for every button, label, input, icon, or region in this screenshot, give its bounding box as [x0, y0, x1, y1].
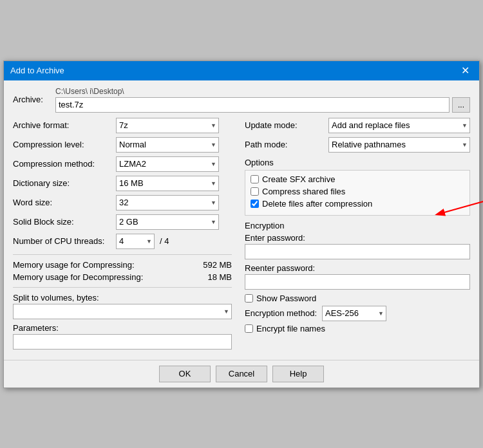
encryption-method-select[interactable]: AES-256 ZipCrypto: [322, 306, 386, 321]
split-volumes-row: Split to volumes, bytes:: [13, 293, 232, 319]
cpu-threads-select-wrapper: 1 2 4: [116, 234, 155, 249]
show-password-checkbox[interactable]: [245, 294, 253, 303]
reenter-password-label: Reenter password:: [245, 263, 470, 273]
memory-compress-row: Memory usage for Compressing: 592 MB: [13, 260, 232, 270]
dictionary-size-select-wrapper: 4 MB 8 MB 16 MB 32 MB: [116, 176, 219, 191]
memory-divider: [13, 254, 232, 255]
encrypt-filenames-row: Encrypt file names: [245, 324, 470, 333]
archive-label: Archive:: [13, 95, 52, 104]
title-bar: Add to Archive ✕: [4, 61, 479, 80]
encrypt-filenames-label[interactable]: Encrypt file names: [256, 324, 325, 333]
encryption-method-label: Encryption method:: [245, 308, 317, 318]
encryption-method-row: Encryption method: AES-256 ZipCrypto: [245, 306, 470, 321]
compression-method-select[interactable]: LZMA2 LZMA PPMd: [116, 156, 219, 172]
cancel-button[interactable]: Cancel: [216, 366, 267, 382]
add-to-archive-dialog: Add to Archive ✕ Archive: C:\Users\ i\De…: [3, 61, 480, 388]
word-size-row: Word size: 16 32 64: [13, 195, 232, 210]
solid-block-size-select[interactable]: 1 MB 16 MB 2 GB 4 GB: [116, 214, 219, 230]
path-mode-label: Path mode:: [245, 140, 328, 149]
memory-decompress-row: Memory usage for Decompressing: 18 MB: [13, 272, 232, 282]
encryption-title: Encryption: [245, 221, 470, 230]
create-sfx-label[interactable]: Create SFX archive: [262, 174, 335, 184]
archive-hint: C:\Users\ i\Desktop\: [55, 87, 470, 96]
archive-path-area: C:\Users\ i\Desktop\ ...: [55, 87, 470, 113]
parameters-input[interactable]: [13, 334, 232, 350]
update-mode-label: Update mode:: [245, 120, 328, 130]
compression-level-select-wrapper: Store Fastest Fast Normal Maximum Ultra: [116, 137, 219, 153]
dictionary-size-select[interactable]: 4 MB 8 MB 16 MB 32 MB: [116, 176, 219, 191]
browse-button[interactable]: ...: [452, 97, 470, 113]
parameters-label: Parameters:: [13, 323, 232, 333]
word-size-label: Word size:: [13, 198, 116, 207]
path-mode-row: Path mode: Relative pathnames Full pathn…: [245, 137, 470, 153]
split-divider: [13, 287, 232, 288]
dictionary-size-row: Dictionary size: 4 MB 8 MB 16 MB 32 MB: [13, 176, 232, 191]
compression-method-label: Compression method:: [13, 159, 116, 169]
word-size-select-wrapper: 16 32 64: [116, 195, 219, 210]
dialog-footer: OK Cancel Help: [4, 360, 479, 387]
parameters-row: Parameters:: [13, 323, 232, 350]
dictionary-size-label: Dictionary size:: [13, 178, 116, 188]
update-mode-row: Update mode: Add and replace files Updat…: [245, 118, 470, 133]
left-column: Archive format: 7z zip tar Compression l…: [13, 118, 232, 353]
ok-button[interactable]: OK: [159, 366, 211, 382]
path-mode-select[interactable]: Relative pathnames Full pathnames No pat…: [328, 137, 470, 153]
delete-after-label[interactable]: Delete files after compression: [262, 199, 372, 209]
right-column: Update mode: Add and replace files Updat…: [245, 118, 470, 353]
svg-line-1: [437, 196, 483, 214]
delete-after-checkbox[interactable]: [251, 200, 259, 208]
archive-format-select[interactable]: 7z zip tar: [116, 118, 219, 133]
dialog-content: Archive: C:\Users\ i\Desktop\ ... Archiv…: [4, 80, 479, 360]
options-wrapper: Create SFX archive Compress shared files…: [245, 170, 470, 216]
archive-input-row: ...: [55, 97, 470, 113]
reenter-password-input[interactable]: [245, 274, 470, 290]
cpu-threads-select[interactable]: 1 2 4: [116, 234, 155, 249]
create-sfx-row: Create SFX archive: [251, 174, 464, 184]
dialog-title: Add to Archive: [10, 66, 64, 75]
solid-block-size-row: Solid Block size: 1 MB 16 MB 2 GB 4 GB: [13, 214, 232, 230]
split-volumes-label: Split to volumes, bytes:: [13, 293, 232, 303]
compress-shared-label[interactable]: Compress shared files: [262, 187, 345, 196]
compress-shared-checkbox[interactable]: [251, 187, 259, 196]
solid-block-size-select-wrapper: 1 MB 16 MB 2 GB 4 GB: [116, 214, 219, 230]
compression-level-label: Compression level:: [13, 140, 116, 149]
update-mode-select[interactable]: Add and replace files Update and add fil…: [328, 118, 470, 133]
memory-decompress-value: 18 MB: [207, 272, 232, 282]
create-sfx-checkbox[interactable]: [251, 175, 259, 183]
memory-compress-label: Memory usage for Compressing:: [13, 260, 135, 270]
path-mode-select-wrapper: Relative pathnames Full pathnames No pat…: [328, 137, 470, 153]
encrypt-filenames-checkbox[interactable]: [245, 324, 253, 333]
help-button[interactable]: Help: [272, 366, 324, 382]
solid-block-size-label: Solid Block size:: [13, 217, 116, 227]
enter-password-label: Enter password:: [245, 233, 470, 243]
arrow-annotation: [431, 190, 483, 222]
compression-method-row: Compression method: LZMA2 LZMA PPMd: [13, 156, 232, 172]
compression-method-select-wrapper: LZMA2 LZMA PPMd: [116, 156, 219, 172]
word-size-select[interactable]: 16 32 64: [116, 195, 219, 210]
encryption-method-select-wrapper: AES-256 ZipCrypto: [322, 306, 386, 321]
show-password-label[interactable]: Show Password: [256, 294, 316, 303]
compression-level-select[interactable]: Store Fastest Fast Normal Maximum Ultra: [116, 137, 219, 153]
close-button[interactable]: ✕: [457, 63, 473, 79]
archive-format-select-wrapper: 7z zip tar: [116, 118, 219, 133]
memory-decompress-label: Memory usage for Decompressing:: [13, 272, 143, 282]
options-section: Options Create SFX archive Compress shar…: [245, 158, 470, 216]
update-mode-select-wrapper: Add and replace files Update and add fil…: [328, 118, 470, 133]
compression-level-row: Compression level: Store Fastest Fast No…: [13, 137, 232, 153]
archive-format-label: Archive format:: [13, 120, 116, 130]
enter-password-input[interactable]: [245, 244, 470, 259]
archive-row: Archive: C:\Users\ i\Desktop\ ...: [13, 87, 470, 113]
archive-filename-input[interactable]: [55, 97, 450, 113]
options-box: Create SFX archive Compress shared files…: [245, 170, 470, 216]
show-password-row: Show Password: [245, 294, 470, 303]
encryption-section: Encryption Enter password: Reenter passw…: [245, 221, 470, 333]
options-title: Options: [245, 158, 470, 167]
cpu-threads-label: Number of CPU threads:: [13, 236, 116, 246]
split-volumes-select-wrapper: [13, 304, 232, 319]
cpu-threads-max: / 4: [160, 236, 169, 246]
split-volumes-select[interactable]: [13, 304, 232, 319]
cpu-threads-row: Number of CPU threads: 1 2 4 / 4: [13, 234, 232, 249]
memory-compress-value: 592 MB: [203, 260, 232, 270]
archive-format-row: Archive format: 7z zip tar: [13, 118, 232, 133]
two-columns: Archive format: 7z zip tar Compression l…: [13, 118, 470, 353]
